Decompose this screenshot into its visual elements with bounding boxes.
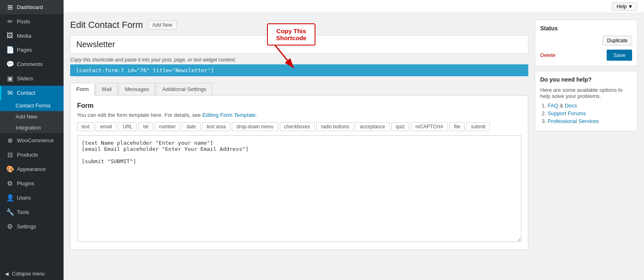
pages-icon: 📄 [6,46,14,54]
help-professional-item: Professional Services [548,118,632,124]
duplicate-button[interactable]: Duplicate [603,36,632,46]
settings-icon: ⚙ [6,223,14,230]
delete-link[interactable]: Delete [540,52,556,58]
sidebar-item-users[interactable]: 👤 Users [0,191,64,205]
sidebar-item-add-new[interactable]: Add New [0,111,64,122]
sidebar-item-sliders[interactable]: ▣ Sliders [0,71,64,86]
help-panel-description: Here are some available options to help … [540,87,632,99]
tab-additional-settings[interactable]: Additional Settings [156,83,212,95]
tag-button-url[interactable]: URL [118,122,137,131]
appearance-icon: 🎨 [6,165,14,173]
content-wrapper: Edit Contact Form Add New Copy this shor… [70,20,528,250]
content-area: Edit Contact Form Add New Copy this shor… [64,13,644,280]
users-icon: 👤 [6,194,14,202]
tab-messages[interactable]: Messages [119,83,155,95]
status-actions: Delete Save [540,50,632,61]
tag-button-radio-buttons[interactable]: radio buttons [316,122,354,131]
copy-callout-wrapper: Copy This Shortcode [267,23,315,70]
tag-button-date[interactable]: date [182,122,200,131]
sidebar-item-settings[interactable]: ⚙ Settings [0,219,64,234]
topbar: Help ▼ [64,0,644,13]
tag-button-tel[interactable]: tel [139,122,153,131]
help-panel: Do you need help? Here are some availabl… [535,71,637,131]
faq-link[interactable]: FAQ [548,102,558,109]
tag-button-acceptance[interactable]: acceptance [355,122,389,131]
tag-buttons: textemailURLtelnumberdatetext areadrop-d… [77,122,521,131]
form-template-textarea[interactable] [77,135,521,242]
callout-arrow [271,46,304,70]
help-faq-item: FAQ & Docs [548,102,632,109]
status-row: Duplicate [540,36,632,46]
copy-callout: Copy This Shortcode [267,23,315,46]
sidebar-item-contact-forms[interactable]: Contact Forms [0,100,64,111]
sidebar-item-comments[interactable]: 💬 Comments [0,57,64,71]
woocommerce-icon: ⊕ [6,137,14,144]
tag-button-email[interactable]: email [96,122,116,131]
status-panel-title: Status [540,25,632,32]
page-title: Edit Contact Form [70,20,143,30]
editing-form-template-link[interactable]: Editing Form Template [202,112,256,118]
tag-button-file[interactable]: file [450,122,465,131]
sidebar-item-appearance[interactable]: 🎨 Appearance [0,162,64,176]
sidebar-item-dashboard[interactable]: ⊞ Dashboard [0,0,64,14]
collapse-arrow-icon: ◀ [5,271,9,277]
sidebar-item-contact[interactable]: ✉ Contact [0,86,64,100]
media-icon: 🖼 [6,32,14,39]
sliders-icon: ▣ [6,75,14,82]
dashboard-icon: ⊞ [6,3,14,11]
sidebar-item-tools[interactable]: 🔧 Tools [0,205,64,219]
help-links-list: FAQ & Docs Support Forums Professional S… [540,102,632,124]
right-sidebar: Status Duplicate Delete Save Do you need… [535,20,637,273]
tag-button-submit[interactable]: submit [466,122,490,131]
tag-button-number[interactable]: number [155,122,180,131]
tab-mail[interactable]: Mail [96,83,118,95]
products-icon: ⊟ [6,151,14,159]
sidebar-item-woocommerce[interactable]: ⊕ WooCommerce [0,133,64,148]
main-content: Edit Contact Form Add New Copy this shor… [70,20,528,273]
tag-button-recaptcha[interactable]: reCAPTCHA [411,122,448,131]
form-panel: Form You can edit the form template here… [70,96,528,250]
svg-line-1 [275,46,294,68]
posts-icon: ✏ [6,18,14,25]
docs-link[interactable]: Docs [565,102,577,109]
sidebar: ⊞ Dashboard ✏ Posts 🖼 Media 📄 Pages 💬 Co… [0,0,64,280]
save-button[interactable]: Save [607,50,632,61]
collapse-menu[interactable]: ◀ Collapse menu [0,268,64,280]
form-panel-desc: You can edit the form template here. For… [77,112,521,118]
help-support-item: Support Forums [548,110,632,116]
sidebar-item-posts[interactable]: ✏ Posts [0,14,64,29]
professional-services-link[interactable]: Professional Services [548,118,599,124]
tag-button-quiz[interactable]: quiz [391,122,409,131]
form-panel-title: Form [77,102,521,109]
tag-button-drop-down-menu[interactable]: drop-down menu [232,122,278,131]
tag-button-text[interactable]: text [77,122,94,131]
add-new-button[interactable]: Add New [148,20,177,30]
tabs-bar: Form Mail Messages Additional Settings [70,83,528,96]
main-area: Help ▼ Edit Contact Form Add New Copy th… [64,0,644,280]
sidebar-item-plugins[interactable]: ⚙ Plugins [0,176,64,191]
help-button[interactable]: Help ▼ [612,2,637,11]
contact-icon: ✉ [6,89,14,97]
tools-icon: 🔧 [6,208,14,216]
contact-submenu: Contact Forms Add New Integration [0,100,64,133]
tag-button-checkboxes[interactable]: checkboxes [280,122,315,131]
sidebar-item-products[interactable]: ⊟ Products [0,148,64,162]
support-forums-link[interactable]: Support Forums [548,110,586,116]
help-panel-title: Do you need help? [540,76,632,83]
plugins-icon: ⚙ [6,180,14,187]
tab-form[interactable]: Form [70,83,95,96]
comments-icon: 💬 [6,60,14,68]
sidebar-item-pages[interactable]: 📄 Pages [0,43,64,57]
sidebar-item-media[interactable]: 🖼 Media [0,29,64,43]
status-panel: Status Duplicate Delete Save [535,20,637,66]
sidebar-item-integration[interactable]: Integration [0,122,64,133]
tag-button-text-area[interactable]: text area [202,122,231,131]
